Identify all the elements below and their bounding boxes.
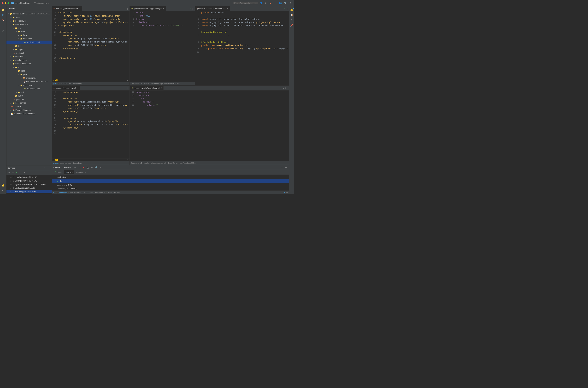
actuator-more-icon[interactable]: ⋯ xyxy=(99,166,102,169)
tab-hystrix-yml[interactable]: ⚙ hystrix-dashboard/.../application.yml … xyxy=(130,6,166,11)
add-service-icon[interactable]: + xyxy=(23,171,26,174)
actuator-label[interactable]: Actuator xyxy=(64,166,71,169)
tree-item-root[interactable]: 📁 springCloudStudy ~/Desktop/CS/JavaEE/6… xyxy=(6,12,52,16)
settings-icon[interactable]: ⚙ xyxy=(289,1,292,5)
profile-icon[interactable]: 👤 xyxy=(259,1,263,5)
tab-mappings[interactable]: ⊕ Mappings xyxy=(75,170,88,174)
git-icon[interactable]: ⟳ xyxy=(265,1,268,5)
pane-more-icon[interactable]: ⋮ xyxy=(127,7,129,10)
tab-close-pom-hystrix[interactable]: ✕ xyxy=(79,8,81,9)
hystrix-java-more-icon[interactable]: ⋮ xyxy=(286,7,288,10)
tree-item-idea[interactable]: 📁 .idea xyxy=(6,16,52,19)
tree-item-commons[interactable]: 📁 commons xyxy=(6,55,52,58)
tree-item-src[interactable]: 📁 src xyxy=(6,26,52,30)
actuator-stop-icon[interactable]: ■ xyxy=(82,166,85,169)
right-sidebar-pin-icon[interactable]: 📌 xyxy=(290,23,294,27)
tab-health[interactable]: ♥ Health xyxy=(64,170,74,174)
service-item-borrow[interactable]: BorrowApplication :8082/ xyxy=(6,190,52,193)
tree-item-scratches[interactable]: 📝 Scratches and Consoles xyxy=(6,112,52,116)
tree-item-borrow-service[interactable]: 📁 borrow-service xyxy=(6,23,52,26)
tree-item-pom-borrow[interactable]: m pom.xml xyxy=(6,51,52,55)
sidebar-git-icon[interactable]: ⎇ xyxy=(1,23,5,27)
tree-item-java2[interactable]: 📁 java xyxy=(6,73,52,76)
console-label[interactable]: Console xyxy=(53,166,60,169)
tree-item-java[interactable]: 📁 java xyxy=(6,33,52,37)
tree-item-src2[interactable]: 📁 src xyxy=(6,66,52,69)
search-icon[interactable]: 🔍 xyxy=(284,1,288,5)
tab-close-hystrix-yml[interactable]: ✕ xyxy=(163,8,164,9)
tree-item-main[interactable]: 📁 main xyxy=(6,30,52,33)
sidebar-more-icon[interactable]: ⋯ xyxy=(1,188,5,193)
right-sidebar-bookmark-icon[interactable]: 📋 xyxy=(290,13,294,17)
sidebar-project-icon[interactable]: 📁 xyxy=(1,7,5,12)
actuator-refresh-icon[interactable]: ⟳ xyxy=(73,166,77,169)
actuator-link-icon[interactable]: 🔗 xyxy=(94,166,98,169)
tree-item-pom-hystrix[interactable]: m pom.xml xyxy=(6,98,52,101)
hystrix-yml-more-icon[interactable]: ⋮ xyxy=(192,7,194,10)
bottom-close-icon[interactable]: — xyxy=(284,166,288,169)
sidebar-notifications-icon[interactable]: 🔔 xyxy=(1,183,5,188)
tab-hystrix-java[interactable]: ☕ HystrixDashboardApplication.java ✕ xyxy=(195,6,230,11)
user-icon[interactable]: 👥 xyxy=(278,1,282,5)
pom-hystrix-content[interactable]: 15 <properties> 16 <maven.compiler.sourc… xyxy=(52,11,130,79)
tree-item-test2[interactable]: 📁 test xyxy=(6,91,52,94)
tree-item-hystrix-app-java[interactable]: ☕ HystrixDashboardApplication xyxy=(6,80,52,83)
services-close-icon[interactable]: — xyxy=(47,166,50,170)
tree-item-external-libs[interactable]: 📚 External Libraries xyxy=(6,108,52,112)
run-service-icon[interactable]: ▶ xyxy=(15,171,19,174)
service-item-user02[interactable]: UserApplication-02 :8102/ xyxy=(6,175,52,179)
health-item-application[interactable]: ✓ application xyxy=(52,175,289,179)
tree-item-target[interactable]: 📁 target xyxy=(6,48,52,51)
server-label[interactable]: EurekaServerApplication-01 xyxy=(233,2,258,4)
sidebar-bookmark-icon[interactable]: 🔖 xyxy=(1,18,5,22)
pom-borrow-content[interactable]: 46 </dependency> 47 48 <dependenc xyxy=(52,91,130,158)
pane-more-icon2[interactable]: ⋮ xyxy=(127,87,129,89)
tab-pom-hystrix[interactable]: m pom.xml (hystrix-dashboard) ✕ xyxy=(52,6,82,11)
tree-item-book-service[interactable]: 📁 book-service xyxy=(6,19,52,23)
tree-item-target2[interactable]: 📁 target xyxy=(6,94,52,98)
status-root[interactable]: springCloudStudy xyxy=(53,192,67,193)
tree-item-user-service[interactable]: 📁 user-service xyxy=(6,101,52,105)
tab-beans[interactable]: ⬡ Beans xyxy=(53,170,64,174)
service-item-book[interactable]: BookApplication :8081/ xyxy=(6,186,52,190)
tree-item-hystrix-dashboard[interactable]: 📁 hystrix-dashboard xyxy=(6,62,52,66)
tree-item-eureka-server[interactable]: 📁 eureka-server xyxy=(6,58,52,62)
tree-item-app-yml-hystrix[interactable]: ⚙ application.yml xyxy=(6,87,52,91)
hystrix-yml-content[interactable]: 1 server: 2 port: 8900 3 xyxy=(130,11,195,82)
right-sidebar-notifications-icon[interactable]: 🔔 xyxy=(290,7,294,12)
fold-icon2[interactable]: ∧ ∨ xyxy=(125,159,128,161)
right-sidebar-git-log-icon[interactable]: ⟳ xyxy=(290,18,294,22)
tree-item-main2[interactable]: 📁 main xyxy=(6,69,52,73)
tab-borrow-yml[interactable]: ⚙ borrow-service/.../application.yml ✕ xyxy=(130,86,163,91)
tab-pom-borrow[interactable]: m pom.xml (borrow-service) ✕ xyxy=(52,86,80,91)
collapse-all-icon[interactable]: ⊟ xyxy=(7,171,11,174)
actuator-split-icon[interactable]: ⊟ xyxy=(90,166,94,169)
more-icon[interactable]: ⋯ xyxy=(273,1,277,5)
service-item-hystrix[interactable]: HystrixDashBoardApplication :8900/ xyxy=(6,183,52,186)
borrow-yml-more-icon[interactable]: ⋮ xyxy=(286,87,288,89)
status-gear-icon[interactable]: ⚙ xyxy=(286,191,288,193)
expand-all-icon[interactable]: ⊞ xyxy=(11,171,15,174)
sidebar-run-icon[interactable]: ▷ xyxy=(1,28,5,33)
maximize-button[interactable] xyxy=(7,2,9,4)
fold-icon[interactable]: ∧ ∨ xyxy=(125,80,128,81)
tab-close-borrow-yml[interactable]: ✕ xyxy=(160,87,162,89)
close-button[interactable] xyxy=(2,2,3,4)
tree-item-org-example[interactable]: 📦 org.example xyxy=(6,76,52,80)
tree-item-test[interactable]: 📁 test xyxy=(6,44,52,48)
tab-close-hystrix-java[interactable]: ✕ xyxy=(227,8,228,9)
actuator-reload-icon[interactable]: ↺ xyxy=(78,166,81,169)
minimize-button[interactable] xyxy=(4,2,6,4)
version-control-label[interactable]: Version control xyxy=(34,2,47,4)
tab-close-pom-borrow[interactable]: ✕ xyxy=(77,87,78,89)
bottom-refresh-icon[interactable]: ⟳ xyxy=(280,166,284,169)
run-icon[interactable]: ▶ xyxy=(269,1,272,5)
hystrix-java-content[interactable]: 1 package org.example; 2 3 xyxy=(195,11,289,85)
health-item-db[interactable]: ✓ ✓ db xyxy=(52,179,289,183)
tree-item-resources[interactable]: 📁 resources xyxy=(6,37,52,41)
reload-service-icon[interactable]: ⟳ xyxy=(19,171,22,174)
actuator-snapshot-icon[interactable]: 📷 xyxy=(86,166,90,169)
services-more-icon[interactable]: ⋯ xyxy=(43,166,46,170)
status-v-icon[interactable]: V xyxy=(284,191,285,193)
service-item-user01[interactable]: UserApplication-01 :8101/ xyxy=(6,179,52,183)
